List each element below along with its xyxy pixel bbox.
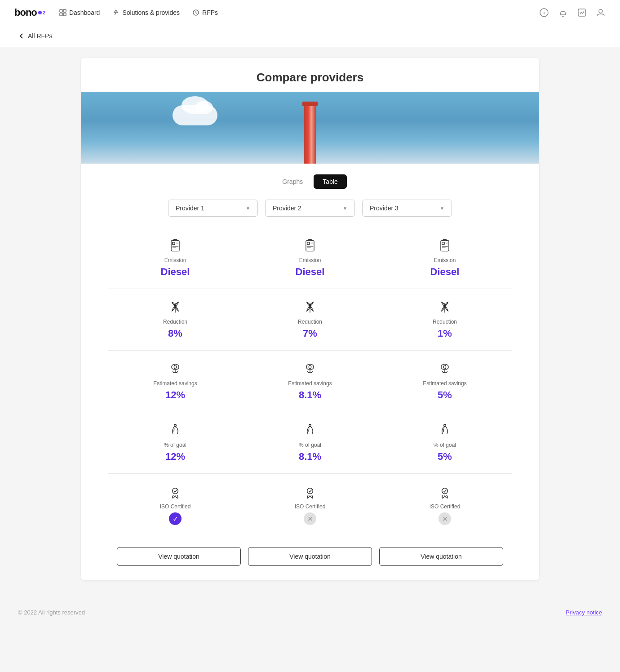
breadcrumb-back[interactable]: All RFPs [18, 32, 52, 40]
svg-point-37 [309, 424, 311, 427]
goal-icon-1 [166, 421, 184, 439]
svg-point-35 [174, 424, 177, 427]
svg-point-41 [173, 488, 178, 494]
compare-sections: Emission Diesel [81, 227, 539, 536]
iso-row: ISO Certified ✓ ISO Certified ✕ [108, 474, 512, 536]
chart-icon[interactable] [577, 8, 587, 18]
reduction-label-1: Reduction [163, 319, 187, 325]
reduction-value-3: 1% [438, 328, 452, 347]
hero-cloud [173, 105, 217, 125]
savings-value-2: 8.1% [299, 389, 321, 408]
iso-status-1: ✓ [169, 512, 182, 525]
bell-icon[interactable] [558, 8, 568, 18]
iso-cell-1: ISO Certified ✓ [108, 474, 243, 536]
back-arrow-icon [18, 32, 25, 40]
goal-label-2: % of goal [299, 442, 321, 448]
savings-section: Estimated savings 12% Estimated savings … [108, 350, 512, 412]
chevron-down-icon-1: ▼ [246, 206, 250, 211]
user-icon[interactable] [596, 8, 606, 18]
nav-links: Dashboard Solutions & provides RFPs [59, 9, 525, 16]
windmill-icon-2 [301, 298, 319, 316]
goal-label-3: % of goal [434, 442, 456, 448]
emission-label-3: Emission [434, 257, 456, 263]
emission-value-1: Diesel [161, 266, 190, 285]
iso-cell-3: ISO Certified ✕ [377, 474, 512, 536]
footer: © 2022 All rights reserved Privacy notic… [0, 598, 620, 627]
windmill-icon-1 [166, 298, 184, 316]
savings-icon-2 [301, 360, 319, 378]
svg-rect-0 [60, 9, 62, 12]
provider-2-select[interactable]: Provider 2 ▼ [265, 200, 355, 217]
hero-chimney [304, 105, 316, 164]
goal-section: % of goal 12% % of goal 8.1% [108, 412, 512, 473]
reduction-value-2: 7% [303, 328, 317, 347]
reduction-cell-2: Reduction 7% [243, 289, 377, 350]
nav-solutions[interactable]: Solutions & provides [112, 9, 180, 16]
nav-solutions-label: Solutions & provides [122, 9, 180, 16]
emission-label-1: Emission [164, 257, 186, 263]
provider-1-select[interactable]: Provider 1 ▼ [168, 200, 258, 217]
reduction-cell-3: Reduction 1% [377, 289, 512, 350]
svg-point-7 [599, 9, 602, 13]
view-quotation-btn-2[interactable]: View quotation [248, 547, 372, 566]
navbar: bono 2 Dashboard Solutions & provides RF… [0, 0, 620, 25]
savings-icon-3 [436, 360, 454, 378]
emission-value-3: Diesel [430, 266, 460, 285]
tree-icon [112, 9, 120, 16]
chevron-down-icon-3: ▼ [440, 206, 444, 211]
savings-label-3: Estimated savings [423, 380, 466, 387]
goal-icon-2 [301, 421, 319, 439]
svg-point-43 [442, 488, 448, 494]
info-icon[interactable] [539, 8, 549, 18]
emission-value-2: Diesel [296, 266, 325, 285]
provider-3-select[interactable]: Provider 3 ▼ [362, 200, 452, 217]
reduction-section: Reduction 8% Reduction [108, 289, 512, 350]
footer-privacy[interactable]: Privacy notice [566, 609, 602, 616]
logo-text: bono [14, 7, 37, 18]
savings-cell-2: Estimated savings 8.1% [243, 351, 377, 412]
emission-cell-2: Emission Diesel [243, 227, 377, 289]
quotation-row: View quotation View quotation View quota… [81, 536, 539, 580]
clock-icon [192, 9, 199, 16]
goal-value-3: 5% [438, 451, 452, 470]
iso-icon-3 [436, 483, 454, 501]
grid-icon [59, 9, 66, 16]
nav-rfps[interactable]: RFPs [192, 9, 218, 16]
chevron-down-icon-2: ▼ [343, 206, 347, 211]
iso-label-1: ISO Certified [160, 503, 191, 510]
savings-icon-1 [166, 360, 184, 378]
clipboard-icon-1 [166, 236, 184, 254]
view-quotation-btn-1[interactable]: View quotation [117, 547, 241, 566]
iso-status-3: ✕ [438, 512, 451, 525]
tab-table[interactable]: Table [314, 174, 346, 189]
goal-cell-2: % of goal 8.1% [243, 412, 377, 473]
emission-cell-1: Emission Diesel [108, 227, 243, 289]
tabs-container: Graphs Table [81, 164, 539, 196]
svg-rect-14 [307, 242, 310, 245]
svg-rect-9 [173, 242, 175, 245]
providers-row: Provider 1 ▼ Provider 2 ▼ Provider 3 ▼ [81, 196, 539, 227]
savings-label-1: Estimated savings [153, 380, 197, 387]
emission-row: Emission Diesel [108, 227, 512, 289]
svg-rect-2 [60, 13, 62, 16]
svg-rect-1 [63, 9, 66, 12]
reduction-cell-1: Reduction 8% [108, 289, 243, 350]
clipboard-icon-3 [436, 236, 454, 254]
logo-sub: 2 [43, 10, 45, 15]
svg-rect-19 [442, 242, 444, 245]
reduction-label-2: Reduction [298, 319, 322, 325]
savings-label-2: Estimated savings [288, 380, 332, 387]
breadcrumb-bar: All RFPs [0, 25, 620, 47]
view-quotation-btn-3[interactable]: View quotation [379, 547, 503, 566]
nav-rfps-label: RFPs [202, 9, 218, 16]
iso-cell-2: ISO Certified ✕ [243, 474, 377, 536]
reduction-value-1: 8% [168, 328, 182, 347]
nav-dashboard[interactable]: Dashboard [59, 9, 100, 16]
tab-graphs[interactable]: Graphs [273, 174, 312, 189]
main-card: Compare providers Graphs Table Provider … [81, 58, 539, 580]
goal-label-1: % of goal [164, 442, 186, 448]
svg-point-42 [307, 488, 313, 494]
footer-copyright: © 2022 All rights reserved [18, 609, 85, 616]
nav-dashboard-label: Dashboard [69, 9, 100, 16]
iso-icon-2 [301, 483, 319, 501]
